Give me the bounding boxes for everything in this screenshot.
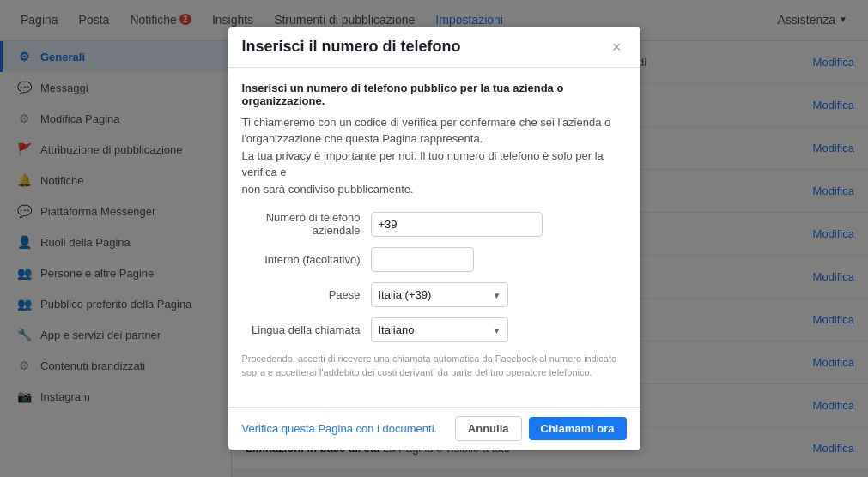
modal-fine-print: Procedendo, accetti di ricevere una chia… [242,353,627,379]
phone-label: Numero di telefono aziendale [242,211,371,237]
verify-link[interactable]: Verifica questa Pagina con i documenti. [242,422,448,435]
modal-close-button[interactable]: × [607,38,627,57]
country-label: Paese [242,288,371,301]
phone-input[interactable] [371,212,543,237]
phone-modal: Inserisci il numero di telefono × Inseri… [228,27,640,450]
form-row-internal: Interno (facoltativo) [242,247,627,272]
modal-title: Inserisci il numero di telefono [242,38,461,56]
language-select[interactable]: Italiano [371,317,508,342]
modal-description: Ti chiameremo con un codice di verifica … [242,114,627,198]
form-row-language: Lingua della chiamata Italiano ▼ [242,317,627,342]
modal-header: Inserisci il numero di telefono × [228,27,640,68]
cancel-button[interactable]: Annulla [455,416,522,441]
confirm-button[interactable]: Chiamami ora [529,417,627,440]
modal-description-bold: Inserisci un numero di telefono pubblico… [242,82,627,107]
country-select[interactable]: Italia (+39) [371,282,508,307]
form-row-country: Paese Italia (+39) ▼ [242,282,627,307]
language-label: Lingua della chiamata [242,323,371,336]
modal-footer: Verifica questa Pagina con i documenti. … [228,407,640,450]
form-row-phone: Numero di telefono aziendale [242,211,627,237]
language-select-wrapper: Italiano ▼ [371,317,508,342]
internal-label: Interno (facoltativo) [242,253,371,266]
internal-input[interactable] [371,247,474,272]
modal-body: Inserisci un numero di telefono pubblico… [228,68,640,407]
modal-overlay: Inserisci il numero di telefono × Inseri… [0,0,868,477]
country-select-wrapper: Italia (+39) ▼ [371,282,508,307]
